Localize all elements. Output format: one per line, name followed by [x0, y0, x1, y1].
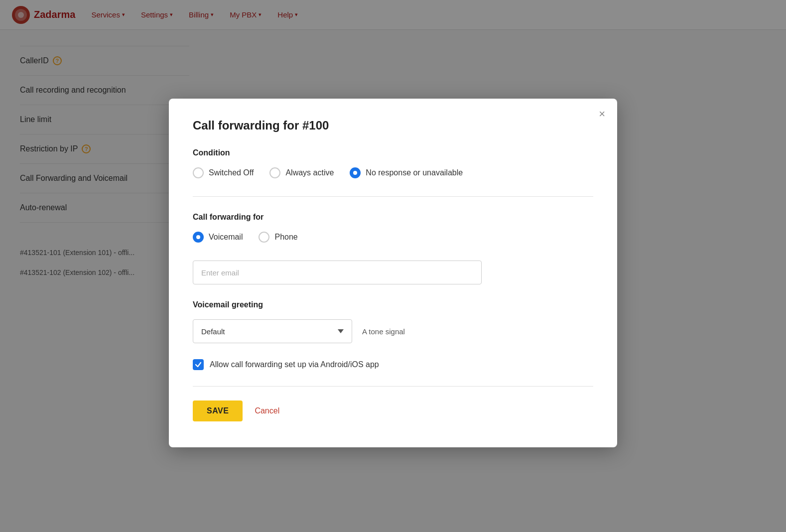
bottom-divider: [193, 386, 593, 387]
checkbox-row: Allow call forwarding set up via Android…: [193, 359, 593, 370]
forwarding-voicemail[interactable]: Voicemail: [193, 232, 243, 243]
condition-no-response[interactable]: No response or unavailable: [350, 167, 463, 178]
checkmark-icon: [195, 361, 202, 368]
checkbox-label: Allow call forwarding set up via Android…: [210, 360, 379, 369]
switched-off-radio[interactable]: [193, 167, 204, 178]
condition-switched-off[interactable]: Switched Off: [193, 167, 254, 178]
voicemail-greeting-label: Voicemail greeting: [193, 300, 593, 309]
condition-divider: [193, 196, 593, 197]
forwarding-for-label: Call forwarding for: [193, 213, 593, 222]
condition-label: Condition: [193, 148, 593, 157]
allow-forwarding-checkbox[interactable]: [193, 359, 204, 370]
condition-radio-group: Switched Off Always active No response o…: [193, 167, 593, 178]
cancel-button[interactable]: Cancel: [255, 406, 279, 415]
modal-title: Call forwarding for #100: [193, 119, 593, 133]
greeting-select[interactable]: Default Custom: [193, 319, 352, 343]
action-row: SAVE Cancel: [193, 400, 593, 421]
call-forwarding-modal: × Call forwarding for #100 Condition Swi…: [169, 99, 617, 447]
condition-always-active[interactable]: Always active: [269, 167, 334, 178]
phone-radio[interactable]: [259, 232, 269, 243]
greeting-row: Default Custom A tone signal: [193, 319, 593, 343]
save-button[interactable]: SAVE: [193, 400, 243, 421]
email-input[interactable]: [193, 261, 482, 284]
greeting-hint: A tone signal: [362, 327, 405, 336]
modal-close-button[interactable]: ×: [599, 109, 605, 120]
forwarding-radio-group: Voicemail Phone: [193, 232, 593, 243]
always-active-radio[interactable]: [269, 167, 280, 178]
no-response-radio[interactable]: [350, 167, 361, 178]
forwarding-phone[interactable]: Phone: [259, 232, 297, 243]
voicemail-radio[interactable]: [193, 232, 204, 243]
